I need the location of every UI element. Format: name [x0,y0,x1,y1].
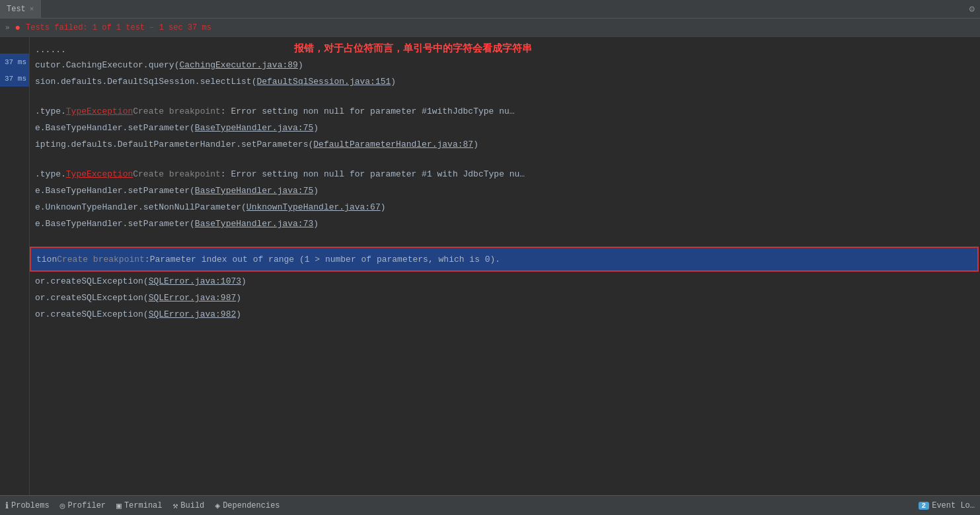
timing-cell-1 [0,37,29,54]
empty-line-3 [30,232,980,245]
close-icon[interactable]: × [30,5,34,13]
error-box-wrapper: tion Create breakpoint : Parameter index… [30,247,980,272]
status-bar: ℹ Problems ◎ Profiler ▣ Terminal ⚒ Build… [0,495,980,515]
timing-cell-8 [0,153,29,169]
sql-error-link-1[interactable]: SQLError.java:1073 [149,273,241,290]
expand-arrow-icon[interactable]: » [5,24,10,32]
error-box: tion Create breakpoint : Parameter index… [30,247,979,272]
profiler-label: Profiler [67,501,106,510]
type-exception-bp: Create breakpoint [133,103,221,120]
caching-executor-link[interactable]: CachingExecutor.java:89 [179,57,297,73]
code-suffix: ) [298,57,303,73]
fail-status-icon: ● [15,22,20,33]
base-type-handler-link-3[interactable]: BaseTypeHandler.java:73 [195,216,313,232]
code-prefix2: sion.defaults.DefaultSqlSession.selectLi… [35,73,256,90]
build-icon: ⚒ [172,500,178,511]
profiler-icon: ◎ [60,500,65,511]
error-message: Parameter index out of range (1 > number… [150,251,501,268]
dependencies-label: Dependencies [223,501,280,510]
main-content: 37 ms 37 ms 报错，对于占位符而言，单引号中的字符会看成字符串 ...… [0,37,980,495]
base-type-handler-link-2[interactable]: BaseTypeHandler.java:75 [195,182,313,199]
test-result-text: Tests failed: 1 of 1 test – 1 sec 37 ms [26,23,211,32]
type-exception-line-2: .type.TypeException Create breakpoint : … [30,166,980,182]
code-area: 报错，对于占位符而言，单引号中的字符会看成字符串 ...... cutor.Ca… [30,37,980,495]
timing-cell-10 [0,186,29,202]
timing-cell-7 [0,136,29,153]
settings-icon[interactable]: ⚙ [969,3,980,15]
status-bar-right: 2 Event Lo… [919,501,975,510]
tab-bar: Test × ⚙ [0,0,980,19]
timing-cell-2: 37 ms [0,54,29,70]
tab-label: Test [7,5,26,14]
build-label: Build [180,501,204,510]
event-log-badge: 2 [919,502,930,510]
timing-cell-6 [0,120,29,136]
timing-cell-11 [0,202,29,219]
timing-cell-3: 37 ms [0,70,29,87]
code-suffix2: ) [391,73,396,90]
problems-tab[interactable]: ℹ Problems [5,500,50,511]
code-line-top1: ...... [30,37,980,57]
timing-column: 37 ms 37 ms [0,37,30,495]
code-line-sqlsession: sion.defaults.DefaultSqlSession.selectLi… [30,73,980,90]
problems-label: Problems [11,501,50,510]
code-line-caching: cutor.CachingExecutor.query(CachingExecu… [30,57,980,73]
type-exception-link-2[interactable]: TypeException [66,166,133,182]
base-type-handler-link-1[interactable]: BaseTypeHandler.java:75 [195,120,313,136]
default-param-handler-link[interactable]: DefaultParameterHandler.java:87 [313,136,473,153]
code-prefix: cutor.CachingExecutor.query( [35,57,179,73]
sql-error-link-2[interactable]: SQLError.java:987 [149,290,237,306]
info-icon: ℹ [5,500,9,511]
unknown-type-handler-link[interactable]: UnknownTypeHandler.java:67 [246,199,381,216]
base-type-handler-line-3: e.BaseTypeHandler.setParameter(BaseTypeH… [30,216,980,232]
terminal-icon: ▣ [116,500,122,511]
timing-cell-12 [0,219,29,235]
base-type-handler-line-2: e.BaseTypeHandler.setParameter(BaseTypeH… [30,182,980,199]
terminal-tab[interactable]: ▣ Terminal [116,500,162,511]
dependencies-tab[interactable]: ◈ Dependencies [215,500,280,511]
defaultsqlsession-link[interactable]: DefaultSqlSession.java:151 [256,73,391,90]
type-exception-link-1[interactable]: TypeException [66,103,133,120]
param-index-error-line: tion Create breakpoint : Parameter index… [31,248,977,270]
profiler-tab[interactable]: ◎ Profiler [60,500,106,511]
timing-cell-9 [0,169,29,186]
type-exception-prefix: .type. [35,103,66,120]
code-text: ...... [35,42,66,58]
terminal-label: Terminal [124,501,163,510]
timing-cell-4 [0,87,29,103]
sql-error-line-2: or.createSQLException(SQLError.java:987) [30,290,980,306]
test-result-bar: » ● Tests failed: 1 of 1 test – 1 sec 37… [0,19,980,37]
sql-error-line-1: or.createSQLException(SQLError.java:1073… [30,273,980,290]
event-log-tab[interactable]: Event Lo… [932,501,975,510]
empty-line-1 [30,90,980,103]
default-param-handler-line: ipting.defaults.DefaultParameterHandler.… [30,136,980,153]
sql-error-line-3: or.createSQLException(SQLError.java:982) [30,306,980,323]
with-text: with [432,103,453,120]
base-type-handler-line-1: e.BaseTypeHandler.setParameter(BaseTypeH… [30,120,980,136]
dependencies-icon: ◈ [215,500,220,511]
timing-cell-13 [0,235,29,252]
sql-error-link-3[interactable]: SQLError.java:982 [149,306,237,323]
timing-cell-5 [0,103,29,120]
build-tab[interactable]: ⚒ Build [172,500,204,511]
type-exception-line-1: .type.TypeException Create breakpoint : … [30,103,980,120]
test-tab[interactable]: Test × [0,0,41,18]
empty-line-2 [30,153,980,166]
unknown-type-handler-line: e.UnknownTypeHandler.setNonNullParameter… [30,199,980,216]
